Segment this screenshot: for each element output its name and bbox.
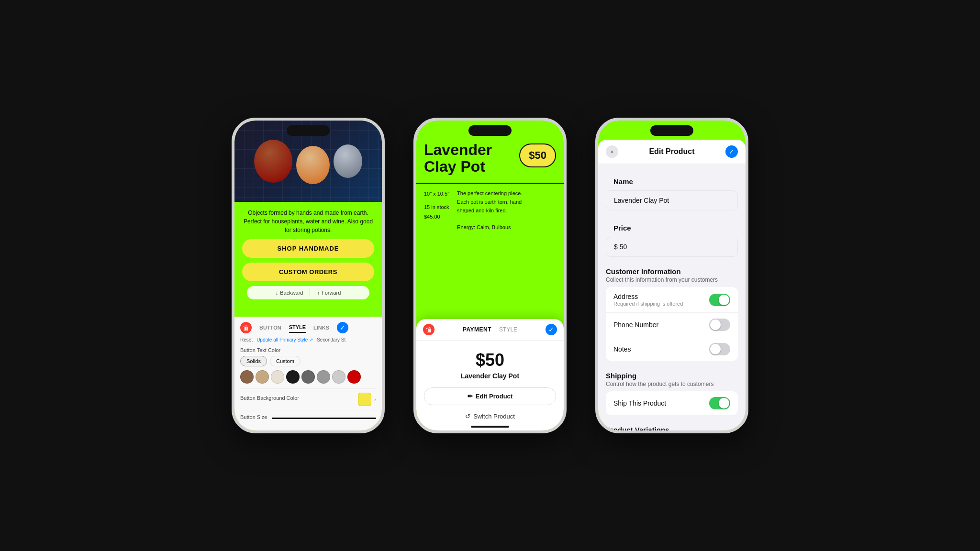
modal-confirm-button[interactable]: ✓ [725,145,738,158]
bg-color-row[interactable]: Button Background Color › [240,388,376,410]
shop-handmade-button[interactable]: SHOP HANDMADE [242,239,374,258]
refresh-icon: ↺ [465,413,470,420]
phone-toggle-thumb [710,320,721,330]
notes-toggle-row: Notes [606,337,738,361]
tab-links[interactable]: LINKS [313,323,329,332]
swatch-brown[interactable] [240,370,254,384]
pencil-icon: ✏ [468,393,473,400]
modal-header: × Edit Product ✓ [598,140,746,164]
check-icon: ✓ [340,324,345,331]
shipping-section: Shipping Control how the product gets to… [606,369,738,415]
dynamic-island-2 [468,125,512,136]
btn-size-row: Button Size [240,410,376,423]
notes-toggle-thumb [710,344,721,354]
address-toggle-row: Address Required if shipping is offered [606,287,738,313]
backward-icon: ↓ [276,290,278,296]
toolbar-divider [310,288,310,297]
phone-3: × Edit Product ✓ Name [595,118,748,433]
dynamic-island-1 [287,125,330,136]
phone-number-label: Phone Number [613,321,658,329]
pot-gray [334,144,362,178]
name-section: Name [606,172,738,210]
confirm-icon[interactable]: ✓ [337,322,348,333]
color-options: Solids Custom [240,356,376,366]
switch-product-button[interactable]: ↺ Switch Product [424,410,556,423]
address-sublabel: Required if shipping is offered [613,301,683,307]
forward-icon: ↑ [317,290,320,296]
btn-size-label: Button Size [240,414,267,420]
dynamic-island-3 [650,125,693,136]
editor-panel: 🗑 BUTTON STYLE LINKS ✓ Reset Update all … [234,317,382,431]
forward-button[interactable]: ↑ Forward [313,288,345,297]
pot-red [254,140,292,183]
size-slider[interactable] [272,418,376,419]
custom-option[interactable]: Custom [270,356,301,366]
name-label: Name [606,172,738,187]
custom-orders-button[interactable]: CUSTOM ORDERS [242,263,374,281]
modal-close-button[interactable]: × [606,145,618,158]
name-input[interactable] [606,190,738,210]
pot-tan [296,146,330,184]
variations-section: Product Variations [606,423,738,430]
swatch-lightgray[interactable] [332,370,345,384]
secondary-style-button[interactable]: Secondary St [317,337,345,342]
customer-info-group: Address Required if shipping is offered … [606,287,738,361]
swatch-cream[interactable] [271,370,284,384]
chevron-right-icon: › [374,396,376,403]
shipping-heading: Shipping [606,369,738,381]
bg-color-label: Button Background Color [240,395,299,401]
product-title: LavenderClay Pot [424,142,492,175]
address-toggle-thumb [719,295,729,305]
phone-1: Objects formed by hands and made from ea… [232,118,385,433]
swatch-medgray[interactable] [317,370,330,384]
home-indicator-2 [471,426,509,428]
backward-button[interactable]: ↓ Backward [272,288,307,297]
edit-product-button[interactable]: ✏ Edit Product [424,387,556,405]
layer-toolbar: ↓ Backward ↑ Forward [247,286,369,299]
payment-header: 🗑 PAYMENT STYLE ✓ [416,319,564,341]
editor-tabs: 🗑 BUTTON STYLE LINKS ✓ [240,322,376,333]
payment-sheet: 🗑 PAYMENT STYLE ✓ $50 Lavender Clay Pot … [416,319,564,430]
phone-toggle[interactable] [709,319,730,331]
payment-confirm-icon[interactable]: ✓ [546,324,557,335]
solids-option[interactable]: Solids [240,356,267,366]
phone-toggle-row: Phone Number [606,313,738,337]
tab-button[interactable]: BUTTON [259,323,281,332]
price-label: Price [606,218,738,234]
delete-icon[interactable]: 🗑 [240,322,252,333]
payment-price: $50 [424,350,556,370]
customer-info-section: Customer Information Collect this inform… [606,264,738,361]
payment-tab-style[interactable]: STYLE [499,326,517,333]
phone-2: LavenderClay Pot $50 10" x 10.5" 15 in s… [413,118,567,433]
swatch-darkgray[interactable] [301,370,315,384]
trash-icon-2: 🗑 [425,326,432,333]
update-primary-button[interactable]: Update all Primary Style ↗ [256,337,313,342]
modal-body: Name Price Customer Information Collect … [598,164,746,430]
payment-body: $50 Lavender Clay Pot ✏ Edit Product ↺ S… [416,341,564,430]
swatch-red[interactable] [347,370,361,384]
swatch-black[interactable] [286,370,300,384]
payment-delete-icon[interactable]: 🗑 [423,324,434,335]
variations-heading: Product Variations [606,423,738,430]
price-input[interactable] [606,237,738,257]
check-icon-3: ✓ [729,148,734,155]
ship-product-toggle[interactable] [709,397,730,409]
price-badge: $50 [519,143,556,167]
payment-tab-active[interactable]: PAYMENT [463,326,491,333]
reset-button[interactable]: Reset [240,337,253,342]
text-color-label: Button Text Color [240,347,376,353]
address-toggle[interactable] [709,294,730,306]
customer-info-subheading: Collect this information from your custo… [606,276,738,283]
shipping-subheading: Control how the product gets to customer… [606,381,738,387]
modal-title: Edit Product [649,147,694,156]
ship-toggle-thumb [719,398,729,408]
ship-product-label: Ship This Product [613,399,666,407]
bg-color-swatch [358,393,371,406]
customer-info-heading: Customer Information [606,264,738,276]
swatch-tan[interactable] [256,370,269,384]
notes-toggle[interactable] [709,343,730,355]
address-label: Address [613,293,683,300]
trash-icon: 🗑 [243,324,249,331]
color-swatches [240,370,376,384]
tab-style[interactable]: STYLE [289,322,306,333]
